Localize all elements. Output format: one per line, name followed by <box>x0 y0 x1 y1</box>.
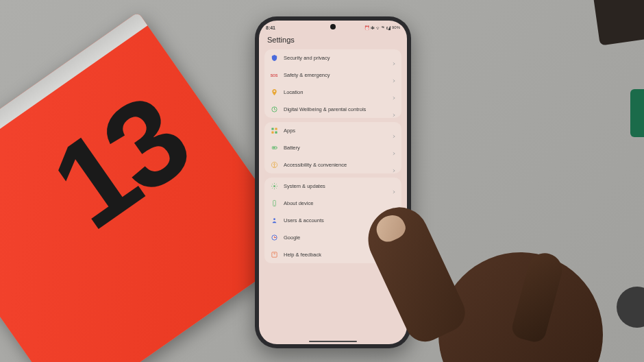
corner-object-top <box>593 0 644 46</box>
settings-item-wellbeing[interactable]: Digital Wellbeing & parental controls <box>264 101 401 118</box>
settings-group: AppsBatteryAccessibility & convenience <box>264 122 401 173</box>
chevron-right-icon <box>392 253 396 257</box>
item-label: Accessibility & convenience <box>284 162 392 168</box>
item-label: Users & accounts <box>284 217 392 224</box>
system-icon <box>270 182 278 191</box>
shield-icon <box>270 54 278 62</box>
settings-group: System & updatesAbout deviceUsers & acco… <box>264 178 401 263</box>
help-icon <box>270 251 278 259</box>
settings-item-accessibility[interactable]: Accessibility & convenience <box>264 156 401 173</box>
item-label: Help & feedback <box>284 252 392 258</box>
settings-item-system[interactable]: System & updates <box>264 178 401 195</box>
box-number-text: 13 <box>27 69 209 256</box>
item-label: About device <box>284 200 392 206</box>
svg-rect-2 <box>275 128 277 130</box>
item-label: Apps <box>284 128 392 134</box>
device-icon <box>270 200 278 208</box>
item-label: Security and privacy <box>284 55 392 61</box>
battery-icon <box>270 144 278 152</box>
phone-frame: 8:41 ⏰ ✱ ᯤ ⁴⁶ ▯◢ 90% Settings Security a… <box>255 16 411 348</box>
settings-item-device[interactable]: About device <box>264 195 401 212</box>
corner-object-green <box>630 89 644 137</box>
settings-item-sos[interactable]: SOSSafety & emergency <box>264 67 401 84</box>
settings-list[interactable]: Security and privacySOSSafety & emergenc… <box>259 49 407 263</box>
item-label: Battery <box>284 145 392 151</box>
chevron-right-icon <box>392 56 396 60</box>
apps-icon <box>270 127 278 135</box>
sos-icon: SOS <box>270 71 278 80</box>
phone-screen: 8:41 ⏰ ✱ ᯤ ⁴⁶ ▯◢ 90% Settings Security a… <box>259 21 407 344</box>
settings-item-battery[interactable]: Battery <box>264 139 401 156</box>
item-label: Digital Wellbeing & parental controls <box>284 106 392 112</box>
svg-point-9 <box>273 163 274 164</box>
status-indicators: ⏰ ✱ ᯤ ⁴⁶ ▯◢ 90% <box>364 25 400 30</box>
svg-rect-6 <box>273 147 275 149</box>
svg-rect-4 <box>275 131 277 133</box>
users-icon <box>270 217 278 225</box>
accessibility-icon <box>270 161 278 169</box>
item-label: System & updates <box>284 183 392 189</box>
chevron-right-icon <box>392 129 396 133</box>
chevron-right-icon <box>392 236 396 240</box>
settings-group: Security and privacySOSSafety & emergenc… <box>264 49 401 118</box>
chevron-right-icon <box>392 73 396 77</box>
corner-logo-badge <box>558 346 582 359</box>
chevron-right-icon <box>392 219 396 223</box>
page-title: Settings <box>267 36 399 44</box>
status-time: 8:41 <box>266 25 275 30</box>
settings-item-shield[interactable]: Security and privacy <box>264 49 401 67</box>
settings-item-users[interactable]: Users & accounts <box>264 212 401 229</box>
battery-percent: 90% <box>392 25 400 29</box>
chevron-right-icon <box>392 146 396 150</box>
page-header: Settings <box>259 33 407 49</box>
svg-rect-3 <box>271 131 273 133</box>
item-label: Safety & emergency <box>284 72 392 78</box>
svg-point-13 <box>273 218 275 220</box>
svg-rect-1 <box>271 128 273 130</box>
google-icon <box>270 234 278 242</box>
nav-gesture-bar[interactable] <box>309 341 357 343</box>
chevron-right-icon <box>392 184 396 189</box>
settings-item-google[interactable]: Google <box>264 229 401 246</box>
settings-item-help[interactable]: Help & feedback <box>264 246 401 263</box>
item-label: Google <box>284 234 392 241</box>
chevron-right-icon <box>392 108 396 112</box>
svg-point-12 <box>274 205 275 206</box>
settings-item-location[interactable]: Location <box>264 84 401 101</box>
camera-hole <box>330 24 336 29</box>
location-icon <box>270 88 278 97</box>
svg-rect-7 <box>276 147 277 149</box>
settings-item-apps[interactable]: Apps <box>264 122 401 139</box>
chevron-right-icon <box>392 163 396 167</box>
chevron-right-icon <box>392 202 396 206</box>
svg-point-10 <box>273 185 275 187</box>
wellbeing-icon <box>270 106 278 114</box>
item-label: Location <box>284 89 392 95</box>
chevron-right-icon <box>392 90 396 95</box>
